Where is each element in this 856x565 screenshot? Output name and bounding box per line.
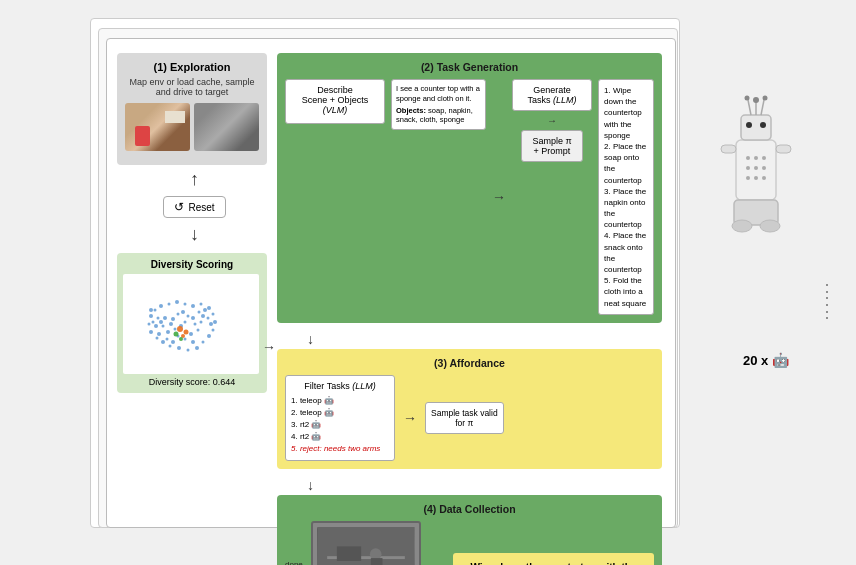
exploration-images xyxy=(125,103,259,151)
done-label: done xyxy=(285,560,303,565)
svg-point-14 xyxy=(197,329,200,332)
data-collection-title: (4) Data Collection xyxy=(285,503,654,515)
diversity-section: Diversity Scoring xyxy=(117,253,267,393)
section-arrow-1: ↓ xyxy=(277,331,662,347)
svg-point-67 xyxy=(760,122,766,128)
svg-rect-75 xyxy=(776,145,791,153)
svg-point-11 xyxy=(162,325,165,328)
objects-label: Objects: xyxy=(396,106,426,115)
svg-point-28 xyxy=(157,317,160,320)
svg-point-71 xyxy=(745,96,750,101)
svg-point-13 xyxy=(159,320,163,324)
up-arrow: ↑ xyxy=(117,169,272,190)
svg-point-36 xyxy=(184,303,187,306)
svg-point-66 xyxy=(746,122,752,128)
svg-point-40 xyxy=(212,313,215,316)
svg-point-3 xyxy=(187,315,190,318)
svg-point-20 xyxy=(207,317,210,320)
reset-button[interactable]: ↺ Reset xyxy=(163,196,225,218)
svg-point-77 xyxy=(732,220,752,232)
task-item-1: 1. Wipe down the countertop with the spo… xyxy=(604,85,648,141)
svg-point-73 xyxy=(763,96,768,101)
svg-point-81 xyxy=(762,156,766,160)
svg-point-35 xyxy=(175,300,179,304)
llm-box: GenerateTasks (LLM) xyxy=(512,79,592,111)
svg-point-1 xyxy=(177,313,180,316)
counter-image xyxy=(194,103,259,151)
svg-point-55 xyxy=(184,330,189,335)
svg-point-53 xyxy=(149,308,153,312)
llm-title: GenerateTasks (LLM) xyxy=(518,85,586,105)
svg-point-32 xyxy=(154,309,157,312)
svg-point-44 xyxy=(202,341,205,344)
filter-list: 1. teleop 🤖 2. teleop 🤖 3. rt2 🤖 4. rt2 … xyxy=(291,395,389,455)
sample-task-box: Sample task valid for π xyxy=(425,402,504,434)
svg-point-69 xyxy=(753,97,759,103)
svg-point-43 xyxy=(207,334,211,338)
task-gen-title: (2) Task Generation xyxy=(285,61,654,73)
task-item-2: 2. Place the soap onto the countertop xyxy=(604,141,648,186)
svg-point-23 xyxy=(171,340,175,344)
left-right-arrow: → xyxy=(262,339,276,355)
robot-container: 20 x 🤖 ⋮ ⋮ xyxy=(706,60,826,440)
svg-point-49 xyxy=(161,340,165,344)
svg-point-86 xyxy=(754,176,758,180)
video-container: π(a|s) ↑ xyxy=(311,521,421,565)
svg-rect-74 xyxy=(721,145,736,153)
diversity-score: Diversity score: 0.644 xyxy=(123,377,261,387)
svg-point-47 xyxy=(177,346,181,350)
svg-point-87 xyxy=(762,176,766,180)
exploration-section: (1) Exploration Map env or load cache, s… xyxy=(117,53,267,165)
svg-rect-59 xyxy=(317,527,414,565)
svg-point-27 xyxy=(157,332,161,336)
arrow-to-sample-task: → xyxy=(403,410,417,426)
affordance-title: (3) Affordance xyxy=(285,357,654,369)
vlm-title: DescribeScene + Objects(VLM) xyxy=(291,85,379,115)
diversity-title: Diversity Scoring xyxy=(123,259,261,270)
affordance-section: (3) Affordance Filter Tasks (LLM) 1. tel… xyxy=(277,349,662,469)
svg-point-17 xyxy=(201,314,205,318)
filter-item-2: 2. teleop 🤖 xyxy=(291,407,389,419)
svg-point-33 xyxy=(159,304,163,308)
svg-point-52 xyxy=(148,323,151,326)
exploration-subtitle: Map env or load cache, sample and drive … xyxy=(125,77,259,97)
filter-item-3: 3. rt2 🤖 xyxy=(291,419,389,431)
svg-point-80 xyxy=(754,156,758,160)
svg-rect-65 xyxy=(741,115,771,140)
svg-point-8 xyxy=(191,316,195,320)
svg-point-26 xyxy=(166,338,169,341)
filter-tasks-box: Filter Tasks (LLM) 1. teleop 🤖 2. teleop… xyxy=(285,375,395,461)
room-image xyxy=(125,103,190,151)
vlm-box: DescribeScene + Objects(VLM) xyxy=(285,79,385,124)
svg-point-31 xyxy=(149,314,153,318)
wipe-task-box: Wipe down the countertop with the sponge xyxy=(453,553,654,565)
dots-decoration: ⋮ xyxy=(818,280,836,302)
main-diagram-card: (1) Exploration Map env or load cache, s… xyxy=(106,38,676,528)
svg-point-39 xyxy=(207,306,211,310)
svg-point-82 xyxy=(746,166,750,170)
svg-point-84 xyxy=(762,166,766,170)
svg-point-42 xyxy=(212,329,215,332)
svg-point-85 xyxy=(746,176,750,180)
svg-point-51 xyxy=(149,330,153,334)
left-panel: (1) Exploration Map env or load cache, s… xyxy=(117,53,272,493)
svg-point-79 xyxy=(746,156,750,160)
svg-point-0 xyxy=(171,317,175,321)
vlm-text: I see a counter top with a sponge and cl… xyxy=(396,84,480,103)
svg-point-57 xyxy=(174,332,179,337)
filter-title: Filter Tasks (LLM) xyxy=(291,381,389,391)
svg-point-78 xyxy=(760,220,780,232)
arrow-to-llm: → xyxy=(492,189,506,205)
svg-point-4 xyxy=(169,322,173,326)
video-inner xyxy=(317,527,415,565)
svg-rect-61 xyxy=(337,546,361,561)
task-item-4: 4. Place the snack onto the countertop xyxy=(604,230,648,275)
svg-point-29 xyxy=(154,324,158,328)
svg-point-24 xyxy=(184,338,187,341)
down-arrow-diversity: ↓ xyxy=(117,224,272,245)
vlm-objects: Objects: soap, napkin, snack, cloth, spo… xyxy=(396,106,481,126)
sample-box: Sample π+ Prompt xyxy=(521,130,583,162)
svg-point-12 xyxy=(163,316,167,320)
svg-point-37 xyxy=(191,304,195,308)
svg-point-16 xyxy=(200,321,203,324)
